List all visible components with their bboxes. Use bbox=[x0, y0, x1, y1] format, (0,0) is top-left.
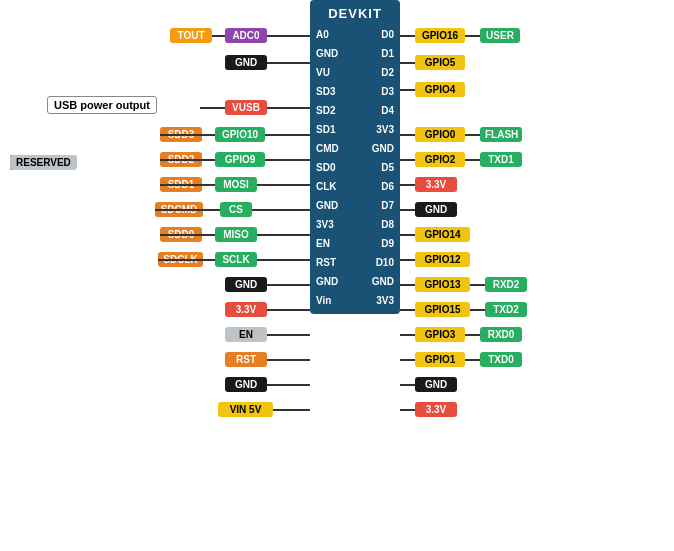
gpio9-badge: GPIO9 bbox=[215, 152, 265, 167]
gpio10-badge: GPIO10 bbox=[215, 127, 265, 142]
vin5v-badge: VIN 5V bbox=[218, 402, 273, 417]
mosi-badge: MOSI bbox=[215, 177, 257, 192]
gpio5-badge: GPIO5 bbox=[415, 55, 465, 70]
33v-r15-badge: 3.3V bbox=[415, 402, 457, 417]
txd0-badge: TXD0 bbox=[480, 352, 522, 367]
gpio1-badge: GPIO1 bbox=[415, 352, 465, 367]
gpio0-badge: GPIO0 bbox=[415, 127, 465, 142]
33v-r6-badge: 3.3V bbox=[415, 177, 457, 192]
gpio13-badge: GPIO13 bbox=[415, 277, 470, 292]
gnd-r7-badge: GND bbox=[415, 202, 457, 217]
adc0-badge: ADC0 bbox=[225, 28, 267, 43]
tout-badge: TOUT bbox=[170, 28, 212, 43]
legend-reserved: RESERVED bbox=[10, 155, 77, 170]
user-badge: USER bbox=[480, 28, 520, 43]
gpio3-badge: GPIO3 bbox=[415, 327, 465, 342]
sclk-badge: SCLK bbox=[215, 252, 257, 267]
gnd-l14-badge: GND bbox=[225, 377, 267, 392]
gpio15-badge: GPIO15 bbox=[415, 302, 470, 317]
usb-label: USB power output bbox=[47, 96, 157, 114]
rxd0-badge: RXD0 bbox=[480, 327, 522, 342]
diagram: DEVKIT A0D0 GNDD1 VUD2 SD3D3 SD2D4 SD13V… bbox=[0, 0, 674, 551]
chip-header: DEVKIT bbox=[310, 0, 400, 25]
gnd-l2-badge: GND bbox=[225, 55, 267, 70]
rxd2-badge: RXD2 bbox=[485, 277, 527, 292]
gpio16-badge: GPIO16 bbox=[415, 28, 465, 43]
vusb-badge: VUSB bbox=[225, 100, 267, 115]
flash-badge: FLASH bbox=[480, 127, 522, 142]
gpio14-badge: GPIO14 bbox=[415, 227, 470, 242]
en-badge: EN bbox=[225, 327, 267, 342]
rst-badge: RST bbox=[225, 352, 267, 367]
miso-badge: MISO bbox=[215, 227, 257, 242]
gpio4-badge: GPIO4 bbox=[415, 82, 465, 97]
txd2-badge: TXD2 bbox=[485, 302, 527, 317]
gnd-l10-badge: GND bbox=[225, 277, 267, 292]
gpio2-badge: GPIO2 bbox=[415, 152, 465, 167]
33v-l11-badge: 3.3V bbox=[225, 302, 267, 317]
txd1-badge: TXD1 bbox=[480, 152, 522, 167]
gpio12-badge: GPIO12 bbox=[415, 252, 470, 267]
gnd-r14-badge: GND bbox=[415, 377, 457, 392]
cs-badge: CS bbox=[220, 202, 252, 217]
